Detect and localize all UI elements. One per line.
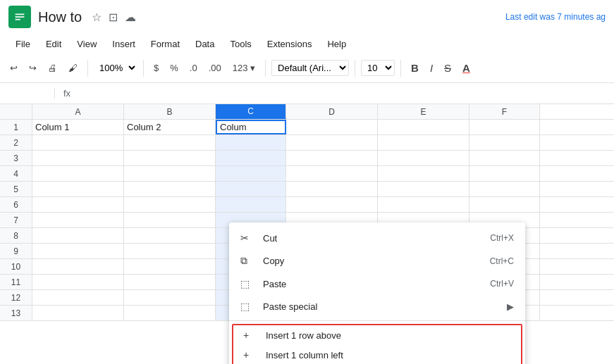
cell-a4[interactable] [32,166,124,181]
cell-f6[interactable] [469,197,540,212]
cell-b10[interactable] [124,259,216,274]
cell-d1[interactable] [286,120,378,134]
menu-edit[interactable]: Edit [39,37,68,51]
cell-b3[interactable] [124,151,216,165]
menu-extensions[interactable]: Extensions [260,37,319,51]
cell-b13[interactable] [124,306,216,320]
percent-button[interactable]: % [166,60,183,76]
strikethrough-button[interactable]: S [440,59,455,77]
cell-a1[interactable]: Colum 1 [32,120,124,134]
row-num-3: 3 [0,151,32,165]
cell-a6[interactable] [32,197,124,212]
cell-e4[interactable] [378,166,469,181]
menu-insert[interactable]: Insert [105,37,142,51]
cell-a3[interactable] [32,151,124,165]
print-button[interactable]: 🖨 [44,60,61,76]
cell-a7[interactable] [32,213,124,227]
cell-b9[interactable] [124,244,216,258]
cell-a13[interactable] [32,306,124,320]
cell-b2[interactable] [124,135,216,150]
cell-b12[interactable] [124,290,216,305]
col-header-c[interactable]: C [216,104,286,119]
cell-c4[interactable] [216,166,286,181]
cell-e6[interactable] [378,197,469,212]
cell-c5[interactable] [216,182,286,196]
cell-d2[interactable] [286,135,378,150]
drive-icon[interactable]: ⊡ [109,11,118,24]
font-color-button[interactable]: A [458,59,474,77]
fx-icon: fx [63,88,70,99]
cell-d4[interactable] [286,166,378,181]
cell-c6[interactable] [216,197,286,212]
table-row: 1 Colum 1 Colum 2 Colum [0,120,614,135]
cell-a9[interactable] [32,244,124,258]
decimal-increase-button[interactable]: .00 [204,60,226,76]
cell-c2[interactable] [216,135,286,150]
cell-f1[interactable] [469,120,540,134]
ctx-paste-special[interactable]: ⬚ Paste special ▶ [229,295,525,318]
menu-view[interactable]: View [70,37,104,51]
cell-b1[interactable]: Colum 2 [124,120,216,134]
format123-button[interactable]: 123 ▾ [228,60,259,76]
cell-b5[interactable] [124,182,216,196]
font-size-select[interactable]: 10 [361,60,395,76]
menu-format[interactable]: Format [144,37,187,51]
cell-a5[interactable] [32,182,124,196]
cell-a11[interactable] [32,275,124,289]
ctx-insert-col[interactable]: + Insert 1 column left [233,345,521,364]
ctx-copy-shortcut: Ctrl+C [490,256,514,266]
cell-d3[interactable] [286,151,378,165]
ctx-copy[interactable]: ⧉ Copy Ctrl+C [229,249,525,272]
currency-button[interactable]: $ [149,60,163,76]
menu-tools[interactable]: Tools [223,37,258,51]
cell-e3[interactable] [378,151,469,165]
cell-f4[interactable] [469,166,540,181]
cell-b7[interactable] [124,213,216,227]
cell-a8[interactable] [32,228,124,243]
decimal-decrease-button[interactable]: .0 [185,60,202,76]
cell-d5[interactable] [286,182,378,196]
col-header-a[interactable]: A [32,104,124,119]
cell-f5[interactable] [469,182,540,196]
cell-a10[interactable] [32,259,124,274]
cell-b4[interactable] [124,166,216,181]
menu-file[interactable]: File [8,37,37,51]
menu-help[interactable]: Help [320,37,353,51]
ctx-insert-row[interactable]: + Insert 1 row above [233,325,521,345]
cell-c3[interactable] [216,151,286,165]
ctx-paste[interactable]: ⬚ Paste Ctrl+V [229,272,525,295]
row-num-7: 7 [0,213,32,227]
cell-f3[interactable] [469,151,540,165]
cell-e1[interactable] [378,120,469,134]
undo-button[interactable]: ↩ [6,60,22,76]
row-num-2: 2 [0,135,32,150]
zoom-select[interactable]: 100% [94,61,137,75]
cell-d6[interactable] [286,197,378,212]
col-header-e[interactable]: E [378,104,469,119]
ctx-cut[interactable]: ✂ Cut Ctrl+X [229,227,525,249]
app-logo [8,6,31,28]
cell-b6[interactable] [124,197,216,212]
redo-button[interactable]: ↪ [25,60,41,76]
italic-button[interactable]: I [426,59,437,77]
bold-button[interactable]: B [407,59,423,77]
paint-format-button[interactable]: 🖌 [64,60,82,76]
cell-a12[interactable] [32,290,124,305]
cell-reference[interactable]: C1 [6,88,55,99]
cell-f2[interactable] [469,135,540,150]
cloud-icon[interactable]: ☁ [125,11,136,24]
formula-input[interactable]: Colum 3 [79,88,608,99]
col-header-b[interactable]: B [124,104,216,119]
cell-a2[interactable] [32,135,124,150]
star-icon[interactable]: ☆ [92,11,102,24]
col-header-d[interactable]: D [286,104,378,119]
table-row: 4 [0,166,614,182]
menu-data[interactable]: Data [188,37,221,51]
cell-c1[interactable]: Colum [216,120,286,134]
cell-b11[interactable] [124,275,216,289]
cell-e5[interactable] [378,182,469,196]
cell-b8[interactable] [124,228,216,243]
font-select[interactable]: Default (Ari... [271,60,349,76]
cell-e2[interactable] [378,135,469,150]
col-header-f[interactable]: F [469,104,540,119]
